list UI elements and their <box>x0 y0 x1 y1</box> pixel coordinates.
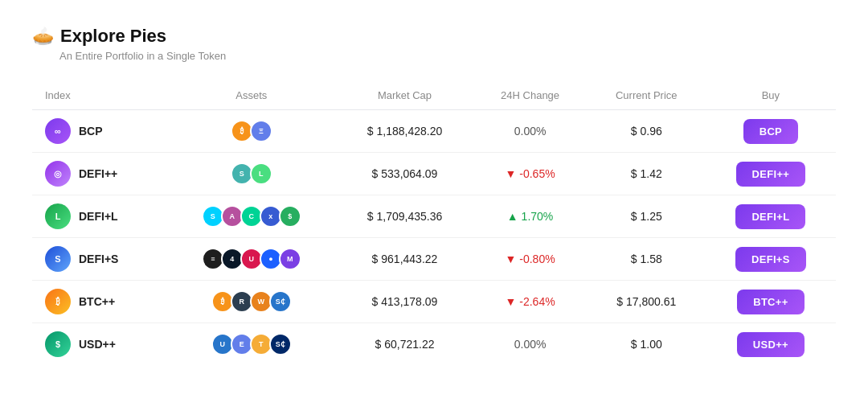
buy-button-defi-s[interactable]: DEFI+S <box>735 247 806 272</box>
col-marketcap: Market Cap <box>337 81 473 110</box>
col-buy: Buy <box>706 81 836 110</box>
asset-icon: $ <box>279 205 301 228</box>
asset-icon: L <box>250 162 272 185</box>
asset-icon: S₵ <box>269 333 292 355</box>
price-cell: $ 17,800.61 <box>588 281 706 323</box>
token-icon-usd-pp: $ <box>45 331 71 357</box>
token-icon-bcp: ∞ <box>45 118 71 144</box>
token-name-defi-l: DEFI+L <box>79 210 118 223</box>
pies-table: Index Assets Market Cap 24H Change Curre… <box>32 81 836 365</box>
change-cell: 0.00% <box>473 323 587 366</box>
table-row: $ USD++ UETS₵$ 60,721.220.00%$ 1.00USD++ <box>32 323 836 366</box>
col-price: Current Price <box>588 81 706 110</box>
index-cell: $ USD++ <box>32 323 166 366</box>
assets-cell: SL <box>166 153 336 195</box>
asset-icon: M <box>279 248 301 270</box>
market-cap-cell: $ 1,188,428.20 <box>337 110 473 153</box>
market-cap-cell: $ 533,064.09 <box>337 153 473 195</box>
change-cell: ▼ -2.64% <box>473 281 587 323</box>
change-value: ▲ 1.70% <box>507 210 553 223</box>
index-cell: L DEFI+L <box>32 195 166 238</box>
buy-button-btc-pp[interactable]: BTC++ <box>737 290 804 314</box>
page-title: 🥧 Explore Pies <box>32 26 836 47</box>
price-cell: $ 1.58 <box>588 238 706 281</box>
change-cell: ▼ -0.80% <box>473 238 587 281</box>
market-cap-cell: $ 961,443.22 <box>337 238 473 281</box>
table-row: S DEFI+S ≡4U●M$ 961,443.22▼ -0.80%$ 1.58… <box>32 238 836 281</box>
pie-emoji: 🥧 <box>32 26 54 47</box>
asset-icon: Ξ <box>250 120 272 142</box>
token-icon-defi-pp: ◎ <box>45 161 71 187</box>
buy-cell: BCP <box>706 110 836 153</box>
token-name-defi-s: DEFI+S <box>79 253 118 265</box>
price-cell: $ 1.42 <box>588 153 706 195</box>
change-value: ▼ -0.80% <box>506 253 555 265</box>
index-cell: ◎ DEFI++ <box>32 153 166 195</box>
token-icon-btc-pp: ₿ <box>45 289 71 314</box>
table-row: ₿ BTC++ ₿RWS₵$ 413,178.09▼ -2.64%$ 17,80… <box>32 281 836 323</box>
token-name-defi-pp: DEFI++ <box>79 167 117 180</box>
change-value: 0.00% <box>514 125 547 138</box>
buy-cell: DEFI++ <box>706 153 836 195</box>
buy-button-defi-l[interactable]: DEFI+L <box>735 204 805 229</box>
assets-cell: UETS₵ <box>166 323 336 366</box>
assets-cell: SACx$ <box>166 195 336 238</box>
buy-cell: USD++ <box>706 323 836 366</box>
change-value: 0.00% <box>514 338 547 351</box>
table-row: ∞ BCP ₿Ξ$ 1,188,428.200.00%$ 0.96BCP <box>32 110 836 153</box>
table-body: ∞ BCP ₿Ξ$ 1,188,428.200.00%$ 0.96BCP ◎ D… <box>32 110 836 366</box>
market-cap-cell: $ 60,721.22 <box>337 323 473 366</box>
change-cell: 0.00% <box>473 110 587 153</box>
change-cell: ▼ -0.65% <box>473 153 587 195</box>
price-cell: $ 1.00 <box>588 323 706 366</box>
index-cell: S DEFI+S <box>32 238 166 281</box>
token-name-btc-pp: BTC++ <box>79 295 115 308</box>
buy-cell: DEFI+S <box>706 238 836 281</box>
index-cell: ∞ BCP <box>32 110 166 153</box>
buy-button-defi-pp[interactable]: DEFI++ <box>736 162 806 187</box>
token-name-usd-pp: USD++ <box>79 338 116 351</box>
assets-cell: ₿RWS₵ <box>166 281 336 323</box>
table-row: L DEFI+L SACx$$ 1,709,435.36▲ 1.70%$ 1.2… <box>32 195 836 238</box>
market-cap-cell: $ 1,709,435.36 <box>337 195 473 238</box>
col-assets: Assets <box>166 81 336 110</box>
index-cell: ₿ BTC++ <box>32 281 166 323</box>
table-header: Index Assets Market Cap 24H Change Curre… <box>32 81 836 110</box>
col-change: 24H Change <box>473 81 587 110</box>
buy-cell: DEFI+L <box>706 195 836 238</box>
asset-icon: S₵ <box>269 290 292 313</box>
change-cell: ▲ 1.70% <box>473 195 587 238</box>
price-cell: $ 0.96 <box>588 110 706 153</box>
page-subtitle: An Entire Portfolio in a Single Token <box>59 50 836 62</box>
buy-cell: BTC++ <box>706 281 836 323</box>
token-icon-defi-l: L <box>45 203 71 229</box>
buy-button-bcp[interactable]: BCP <box>743 119 798 144</box>
page-header: 🥧 Explore Pies An Entire Portfolio in a … <box>32 26 836 62</box>
token-icon-defi-s: S <box>45 246 71 272</box>
change-value: ▼ -2.64% <box>506 295 555 308</box>
market-cap-cell: $ 413,178.09 <box>337 281 473 323</box>
token-name-bcp: BCP <box>79 125 103 138</box>
change-value: ▼ -0.65% <box>506 167 555 180</box>
assets-cell: ≡4U●M <box>166 238 336 281</box>
assets-cell: ₿Ξ <box>166 110 336 153</box>
price-cell: $ 1.25 <box>588 195 706 238</box>
table-row: ◎ DEFI++ SL$ 533,064.09▼ -0.65%$ 1.42DEF… <box>32 153 836 195</box>
col-index: Index <box>32 81 166 110</box>
buy-button-usd-pp[interactable]: USD++ <box>737 332 805 357</box>
